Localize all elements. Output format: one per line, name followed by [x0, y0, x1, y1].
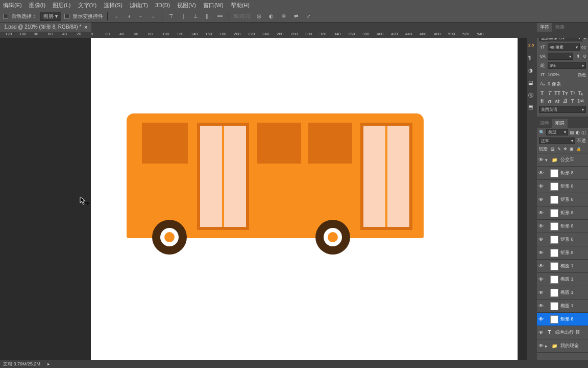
allcaps-button[interactable]: TT	[554, 90, 560, 96]
visibility-toggle-icon[interactable]: 👁	[537, 330, 545, 335]
menu-help[interactable]: 帮助(H)	[231, 2, 250, 9]
ordinals-button[interactable]: 1ˢᵗ	[577, 99, 583, 104]
close-tab-icon[interactable]: ×	[84, 25, 87, 30]
menu-select[interactable]: 选择(S)	[104, 2, 122, 9]
lock-transparency-icon[interactable]: ▨	[551, 147, 555, 151]
superscript-button[interactable]: T¹	[570, 90, 576, 96]
layer-row[interactable]: 👁矩形 8	[537, 313, 588, 326]
italic-button[interactable]: T	[547, 90, 553, 96]
visibility-toggle-icon[interactable]: 👁	[537, 277, 545, 282]
layer-row[interactable]: 👁椭圆 1	[537, 300, 588, 313]
character-tab[interactable]: 字符	[537, 23, 552, 32]
visibility-toggle-icon[interactable]: 👁	[537, 210, 545, 216]
titling-button[interactable]: T	[570, 99, 576, 104]
layer-row[interactable]: 👁矩形 8	[537, 193, 588, 206]
panel-icon-5[interactable]: ⬒	[528, 104, 535, 111]
layer-row[interactable]: 👁椭圆 1	[537, 273, 588, 286]
panel-icon-4[interactable]: Ⓐ	[528, 92, 535, 99]
blend-mode-dropdown[interactable]: 正常▾	[539, 137, 575, 144]
visibility-toggle-icon[interactable]: 👁	[537, 263, 545, 269]
align-left-icon[interactable]: ⫠	[112, 12, 121, 21]
stylistic-button[interactable]: st	[554, 99, 560, 104]
layer-row[interactable]: 👁矩形 8	[537, 233, 588, 246]
align-v-top-icon[interactable]: ⊤	[166, 12, 176, 21]
visibility-toggle-icon[interactable]: 👁	[537, 237, 545, 242]
ligature-button[interactable]: fi	[539, 99, 545, 104]
smallcaps-button[interactable]: Tᴛ	[562, 90, 568, 96]
scale-dropdown[interactable]: 0%▾	[548, 62, 586, 69]
menu-type[interactable]: 文字(Y)	[78, 2, 97, 9]
lock-brush-icon[interactable]: ✎	[557, 147, 561, 151]
lock-position-icon[interactable]: ✥	[564, 147, 567, 151]
panel-icon-3[interactable]: ⬓	[528, 80, 535, 87]
layers-list[interactable]: 👁▾📁公交车👁矩形 8👁矩形 8👁矩形 8👁矩形 8👁矩形 8👁矩形 8👁矩形 …	[537, 153, 588, 368]
menu-layer[interactable]: 图层(L)	[53, 2, 70, 9]
font-size-dropdown[interactable]: 48 像素▾	[548, 43, 580, 51]
visibility-toggle-icon[interactable]: 👁	[537, 316, 545, 322]
distribute-icon[interactable]: |||	[203, 12, 212, 21]
visibility-toggle-icon[interactable]: 👁	[537, 197, 545, 202]
menu-window[interactable]: 窗口(W)	[203, 2, 224, 9]
layer-row[interactable]: 👁矩形 8	[537, 246, 588, 260]
layer-row[interactable]: 👁矩形 8	[537, 180, 588, 193]
swash-button[interactable]: Ꭿ	[562, 98, 568, 104]
visibility-toggle-icon[interactable]: 👁	[537, 250, 545, 256]
lock-artboard-icon[interactable]: ▣	[570, 147, 574, 151]
oldstyle-button[interactable]: σ	[547, 99, 553, 104]
layer-row[interactable]: 👁椭圆 1	[537, 260, 588, 273]
vertical-scale[interactable]: 100%	[548, 72, 559, 77]
layers-tab[interactable]: 图层	[552, 119, 568, 128]
bold-button[interactable]: T	[539, 90, 545, 96]
target-dropdown[interactable]: 图层▾	[40, 12, 61, 21]
visibility-toggle-icon[interactable]: 👁	[537, 223, 545, 229]
menu-filter[interactable]: 滤镜(T)	[130, 2, 148, 9]
layer-row[interactable]: 👁T绿色出行 领	[537, 326, 588, 339]
baseline-shift[interactable]: 0 像素	[548, 81, 561, 87]
status-arrow[interactable]: ▸	[47, 361, 50, 366]
panel-icon-1[interactable]: ¶	[528, 55, 535, 62]
layer-row[interactable]: 👁矩形 8	[537, 206, 588, 220]
lock-all-icon[interactable]: 🔒	[576, 147, 581, 151]
filter-pixel-icon[interactable]: ▧	[570, 130, 574, 135]
more-options-icon[interactable]: •••	[215, 12, 225, 21]
transform-controls-checkbox[interactable]	[64, 14, 69, 19]
panel-icon-2[interactable]: ◑	[528, 67, 535, 75]
kerning-dropdown[interactable]: ▾	[548, 53, 573, 60]
search-icon[interactable]: 🔍	[539, 130, 545, 135]
menu-view[interactable]: 视图(V)	[177, 2, 196, 9]
canvas-area[interactable]	[0, 38, 527, 360]
visibility-toggle-icon[interactable]: 👁	[537, 170, 545, 176]
3d-slide-icon[interactable]: ⇄	[291, 12, 301, 21]
layer-row[interactable]: 👁▾📁公交车	[537, 153, 588, 167]
menu-edit[interactable]: 编辑(E)	[3, 2, 22, 9]
align-center-h-icon[interactable]: ⫞	[124, 12, 133, 21]
menu-image[interactable]: 图像(I)	[29, 2, 45, 9]
filter-smart-icon[interactable]: ◫	[581, 130, 586, 135]
align-v-bot-icon[interactable]: ⊥	[191, 12, 200, 21]
align-v-mid-icon[interactable]: |	[179, 12, 188, 21]
3d-zoom-icon[interactable]: ⤢	[304, 12, 313, 21]
visibility-toggle-icon[interactable]: 👁	[537, 343, 545, 349]
filter-kind-dropdown[interactable]: 类型▾	[546, 129, 568, 135]
3d-roll-icon[interactable]: ◐	[267, 12, 276, 21]
expand-arrow-icon[interactable]: ▸	[545, 343, 550, 349]
layer-row[interactable]: 👁矩形 8	[537, 220, 588, 233]
layer-row[interactable]: 👁▸📁我的现金	[537, 339, 588, 353]
layer-row[interactable]: 👁椭圆 1	[537, 286, 588, 300]
3d-orbit-icon[interactable]: ◎	[255, 12, 264, 21]
expand-arrow-icon[interactable]: ▾	[545, 157, 550, 163]
language-dropdown[interactable]: 美国英语▾	[539, 106, 586, 113]
menu-3d[interactable]: 3D(D)	[155, 2, 170, 8]
subscript-button[interactable]: T₁	[577, 90, 583, 96]
3d-pan-icon[interactable]: ✥	[279, 12, 288, 21]
visibility-toggle-icon[interactable]: 👁	[537, 303, 545, 309]
paragraph-tab[interactable]: 段落	[552, 23, 568, 32]
visibility-toggle-icon[interactable]: 👁	[537, 183, 545, 189]
visibility-toggle-icon[interactable]: 👁	[537, 290, 545, 295]
align-top-icon[interactable]: ⫠	[149, 12, 158, 21]
align-right-icon[interactable]: ⫟	[136, 12, 145, 21]
layer-row[interactable]: 👁矩形 8	[537, 167, 588, 180]
auto-select-checkbox[interactable]	[3, 14, 8, 19]
filter-adjust-icon[interactable]: ◐	[576, 130, 580, 135]
adjustments-tab[interactable]: 调整	[537, 119, 552, 128]
